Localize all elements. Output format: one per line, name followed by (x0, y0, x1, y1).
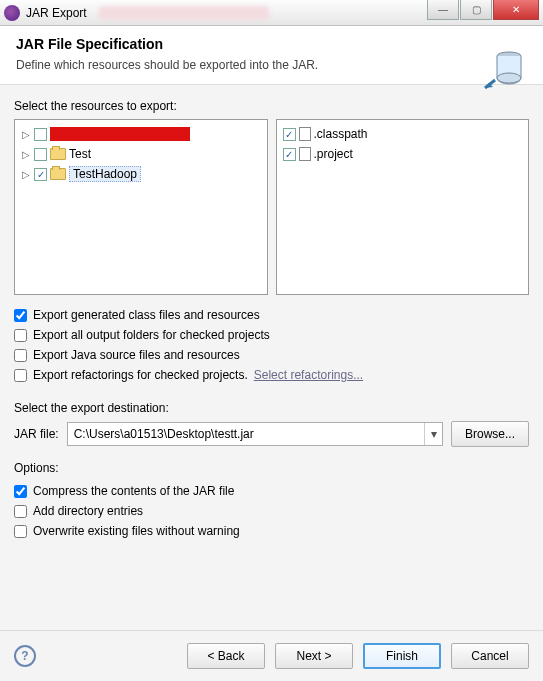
wizard-body: Select the resources to export: ▷ ▷ Test… (0, 85, 543, 630)
eclipse-icon (4, 5, 20, 21)
dropdown-icon[interactable]: ▾ (424, 423, 442, 445)
checkbox-refactorings[interactable] (14, 369, 27, 382)
checkbox[interactable] (34, 128, 47, 141)
opt-label: Export generated class files and resourc… (33, 308, 260, 322)
file-label: .classpath (314, 127, 368, 141)
checkbox-output-folders[interactable] (14, 329, 27, 342)
checkbox-compress[interactable] (14, 485, 27, 498)
export-options: Export generated class files and resourc… (14, 305, 529, 385)
opt-overwrite[interactable]: Overwrite existing files without warning (14, 521, 529, 541)
project-tree[interactable]: ▷ ▷ Test ▷ ✓ TestHadoop (14, 119, 268, 295)
opt-add-dir[interactable]: Add directory entries (14, 501, 529, 521)
jar-icon (483, 44, 531, 92)
tree-row-redacted[interactable]: ▷ (19, 124, 263, 144)
browse-button[interactable]: Browse... (451, 421, 529, 447)
svg-point-1 (497, 73, 521, 83)
opt-output-folders[interactable]: Export all output folders for checked pr… (14, 325, 529, 345)
window-title: JAR Export (26, 6, 87, 20)
redacted-label (50, 127, 190, 141)
wizard-buttons: < Back Next > Finish Cancel (187, 643, 529, 669)
tree-row-test[interactable]: ▷ Test (19, 144, 263, 164)
checkbox[interactable]: ✓ (34, 168, 47, 181)
folder-icon (50, 148, 66, 160)
opt-label: Add directory entries (33, 504, 143, 518)
wizard-footer: ? < Back Next > Finish Cancel (0, 630, 543, 681)
file-icon (299, 127, 311, 141)
jar-file-input[interactable] (68, 427, 424, 441)
expand-icon[interactable]: ▷ (21, 169, 31, 180)
opt-gen-class[interactable]: Export generated class files and resourc… (14, 305, 529, 325)
checkbox-java-source[interactable] (14, 349, 27, 362)
opt-label: Export Java source files and resources (33, 348, 240, 362)
file-icon (299, 147, 311, 161)
opt-label: Overwrite existing files without warning (33, 524, 240, 538)
opt-java-source[interactable]: Export Java source files and resources (14, 345, 529, 365)
file-label: .project (314, 147, 353, 161)
title-blurred-text (99, 6, 269, 20)
checkbox-add-dir[interactable] (14, 505, 27, 518)
tree-item-label: Test (69, 147, 91, 161)
page-title: JAR File Specification (16, 36, 527, 52)
opt-refactorings[interactable]: Export refactorings for checked projects… (14, 365, 529, 385)
resource-trees: ▷ ▷ Test ▷ ✓ TestHadoop (14, 119, 529, 295)
destination-row: JAR file: ▾ Browse... (14, 421, 529, 447)
maximize-button[interactable]: ▢ (460, 0, 492, 20)
jar-export-dialog: JAR Export — ▢ ✕ JAR File Specification … (0, 0, 543, 681)
opt-label: Export refactorings for checked projects… (33, 368, 248, 382)
wizard-header: JAR File Specification Define which reso… (0, 26, 543, 85)
options-label: Options: (14, 461, 529, 475)
jar-file-label: JAR file: (14, 427, 59, 441)
destination-label: Select the export destination: (14, 401, 529, 415)
tree-row-testhadoop[interactable]: ▷ ✓ TestHadoop (19, 164, 263, 184)
checkbox[interactable] (34, 148, 47, 161)
tree-item-label: TestHadoop (69, 166, 141, 182)
page-description: Define which resources should be exporte… (16, 58, 527, 72)
back-button[interactable]: < Back (187, 643, 265, 669)
finish-button[interactable]: Finish (363, 643, 441, 669)
file-tree[interactable]: ✓ .classpath ✓ .project (276, 119, 530, 295)
checkbox[interactable]: ✓ (283, 148, 296, 161)
help-icon[interactable]: ? (14, 645, 36, 667)
cancel-button[interactable]: Cancel (451, 643, 529, 669)
opt-compress[interactable]: Compress the contents of the JAR file (14, 481, 529, 501)
file-row-project[interactable]: ✓ .project (281, 144, 525, 164)
checkbox[interactable]: ✓ (283, 128, 296, 141)
opt-label: Compress the contents of the JAR file (33, 484, 234, 498)
window-controls: — ▢ ✕ (427, 0, 539, 20)
checkbox-gen-class[interactable] (14, 309, 27, 322)
expand-icon[interactable]: ▷ (21, 129, 31, 140)
minimize-button[interactable]: — (427, 0, 459, 20)
jar-file-combo[interactable]: ▾ (67, 422, 443, 446)
select-refactorings-link[interactable]: Select refactorings... (254, 368, 363, 382)
next-button[interactable]: Next > (275, 643, 353, 669)
opt-label: Export all output folders for checked pr… (33, 328, 270, 342)
checkbox-overwrite[interactable] (14, 525, 27, 538)
folder-icon (50, 168, 66, 180)
resources-label: Select the resources to export: (14, 99, 529, 113)
close-button[interactable]: ✕ (493, 0, 539, 20)
expand-icon[interactable]: ▷ (21, 149, 31, 160)
file-row-classpath[interactable]: ✓ .classpath (281, 124, 525, 144)
jar-options: Compress the contents of the JAR file Ad… (14, 481, 529, 541)
title-bar: JAR Export — ▢ ✕ (0, 0, 543, 26)
